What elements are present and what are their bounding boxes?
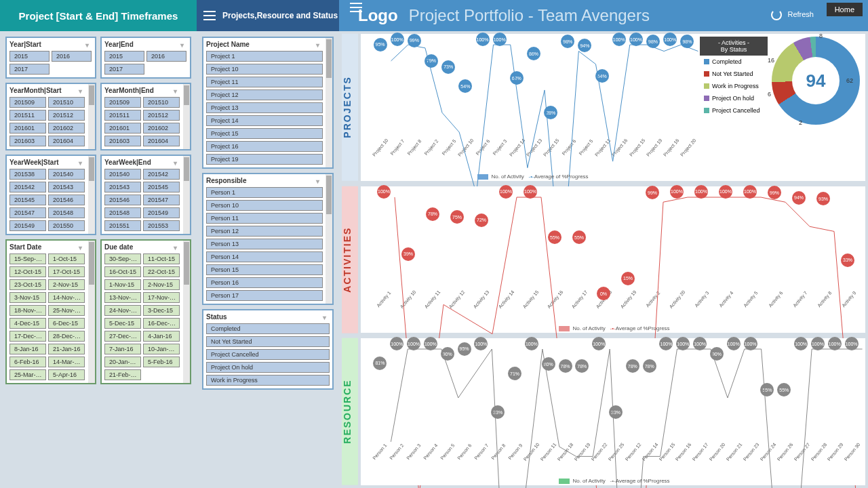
slicer-item[interactable]: Project 14	[206, 115, 323, 126]
slicer-item[interactable]: 30-Sep-…	[104, 253, 141, 264]
slicer-item[interactable]: 201542	[143, 169, 180, 180]
slicer-item[interactable]: 201604	[48, 136, 85, 146]
slicer-item[interactable]: 16-Oct-15	[104, 266, 141, 277]
scrollbar[interactable]	[183, 84, 190, 149]
slicer-item[interactable]: Person 17	[206, 290, 323, 301]
slicer-item[interactable]: 2017	[9, 64, 50, 75]
filter-icon[interactable]: ▾	[79, 244, 85, 251]
slicer-item[interactable]: Person 16	[206, 277, 323, 288]
slicer-item[interactable]: 2016	[146, 51, 186, 62]
slicer-item[interactable]: 201601	[104, 123, 141, 134]
slicer-item[interactable]: 3-Dec-15	[143, 305, 180, 316]
slicer-item[interactable]: Project 13	[206, 102, 323, 113]
slicer-item[interactable]: 25-Mar-…	[9, 369, 46, 380]
slicer-item[interactable]: 4-Jan-16	[143, 331, 180, 342]
slicer-item[interactable]: 201509	[104, 97, 141, 108]
slicer-item[interactable]: 201602	[48, 123, 85, 134]
slicer-item[interactable]: 11-Oct-15	[143, 253, 180, 264]
slicer-item[interactable]: 201512	[143, 110, 180, 121]
slicer-item[interactable]: 201510	[48, 97, 85, 108]
slicer-item[interactable]: 14-Mar-…	[48, 357, 85, 367]
slicer-item[interactable]: 23-Oct-15	[9, 279, 46, 290]
slicer-item[interactable]: 17-Dec-…	[9, 331, 46, 342]
slicer-item[interactable]: 7-Jan-16	[104, 344, 141, 354]
slicer-item[interactable]: 21-Jan-16	[48, 344, 85, 354]
slicer-item[interactable]: 201511	[9, 110, 46, 121]
slicer-item[interactable]: 14-Nov-…	[48, 292, 85, 303]
filter-icon[interactable]: ▾	[316, 178, 323, 184]
slicer-item[interactable]: 201604	[143, 136, 180, 146]
slicer-item[interactable]: Person 15	[206, 264, 323, 275]
slicer-item[interactable]: 201603	[9, 136, 46, 146]
slicer-item[interactable]: Project Cancelled	[206, 349, 330, 360]
slicer-item[interactable]: Project 12	[206, 89, 323, 100]
slicer-item[interactable]: 201547	[9, 207, 46, 218]
filter-icon[interactable]: ▾	[79, 159, 85, 166]
slicer-item[interactable]: 28-Dec-…	[48, 331, 85, 342]
slicer-item[interactable]: 201538	[9, 169, 46, 180]
slicer-item[interactable]: 2015	[9, 51, 50, 62]
slicer-item[interactable]: 21-Feb-…	[104, 369, 141, 380]
slicer-item[interactable]: 201549	[143, 207, 180, 218]
filter-icon[interactable]: ▾	[174, 87, 180, 94]
slicer-item[interactable]: 201543	[104, 182, 141, 192]
slicer-item[interactable]: Person 13	[206, 239, 323, 249]
slicer-item[interactable]: 20-Jan-…	[104, 357, 141, 367]
slicer-item[interactable]: 201548	[104, 207, 141, 218]
slicer-item[interactable]: Completed	[206, 323, 330, 334]
slicer-item[interactable]: 13-Nov-…	[104, 292, 141, 303]
filter-icon[interactable]: ▾	[323, 314, 330, 321]
slicer-item[interactable]: 201540	[104, 169, 141, 180]
slicer-item[interactable]: Work in Progress	[206, 375, 330, 386]
slicer-item[interactable]: 201549	[9, 220, 46, 231]
slicer-item[interactable]: 25-Nov-…	[48, 305, 85, 316]
filter-icon[interactable]: ▾	[79, 87, 85, 94]
slicer-item[interactable]: 201548	[48, 207, 85, 218]
slicer-item[interactable]: 201551	[104, 220, 141, 231]
slicer-item[interactable]: 4-Dec-15	[9, 318, 46, 329]
home-button[interactable]: Home	[827, 3, 863, 16]
slicer-item[interactable]: 201511	[104, 110, 141, 121]
refresh-button[interactable]: Refresh	[771, 9, 814, 20]
slicer-item[interactable]: 201540	[48, 169, 85, 180]
scrollbar[interactable]	[88, 241, 95, 383]
slicer-item[interactable]: Project 15	[206, 128, 323, 139]
filter-icon[interactable]: ▾	[316, 41, 323, 48]
slicer-item[interactable]: 201542	[9, 182, 46, 192]
scrollbar[interactable]	[183, 156, 190, 234]
slicer-item[interactable]: 17-Nov-…	[143, 292, 180, 303]
slicer-item[interactable]: Project 10	[206, 64, 323, 75]
scrollbar[interactable]	[88, 84, 95, 149]
slicer-item[interactable]: 1-Nov-15	[104, 279, 141, 290]
slicer-item[interactable]: 27-Dec-…	[104, 331, 141, 342]
slicer-item[interactable]: Project 1	[206, 51, 323, 62]
slicer-item[interactable]: 2015	[104, 51, 144, 62]
slicer-item[interactable]: 3-Nov-15	[9, 292, 46, 303]
slicer-item[interactable]: 5-Apr-16	[48, 369, 85, 380]
slicer-item[interactable]: Project 19	[206, 154, 323, 165]
slicer-item[interactable]: Not Yet Started	[206, 336, 330, 347]
slicer-item[interactable]: 201553	[143, 220, 180, 231]
filter-icon[interactable]: ▾	[174, 159, 180, 166]
slicer-item[interactable]: Person 10	[206, 200, 323, 211]
slicer-item[interactable]: 201512	[48, 110, 85, 121]
slicer-item[interactable]: Person 14	[206, 251, 323, 262]
slicer-item[interactable]: 201509	[9, 97, 46, 108]
slicer-item[interactable]: Person 12	[206, 226, 323, 237]
slicer-item[interactable]: 8-Jan-16	[9, 344, 46, 354]
slicer-item[interactable]: 2016	[52, 51, 92, 62]
slicer-item[interactable]: 12-Oct-15	[9, 266, 46, 277]
slicer-item[interactable]: 201510	[143, 97, 180, 108]
slicer-item[interactable]: 201546	[48, 195, 85, 205]
slicer-item[interactable]: Person 11	[206, 213, 323, 224]
scrollbar[interactable]	[326, 174, 332, 304]
hamburger-icon[interactable]	[203, 11, 216, 20]
filter-icon[interactable]: ▾	[85, 41, 92, 48]
slicer-item[interactable]: 201545	[9, 195, 46, 205]
slicer-item[interactable]: 201543	[48, 182, 85, 192]
slicer-item[interactable]: 6-Dec-15	[48, 318, 85, 329]
slicer-item[interactable]: 17-Oct-15	[48, 266, 85, 277]
slicer-item[interactable]: 2-Nov-15	[143, 279, 180, 290]
slicer-item[interactable]: 5-Feb-16	[143, 357, 180, 367]
filter-icon[interactable]: ▾	[180, 41, 187, 48]
